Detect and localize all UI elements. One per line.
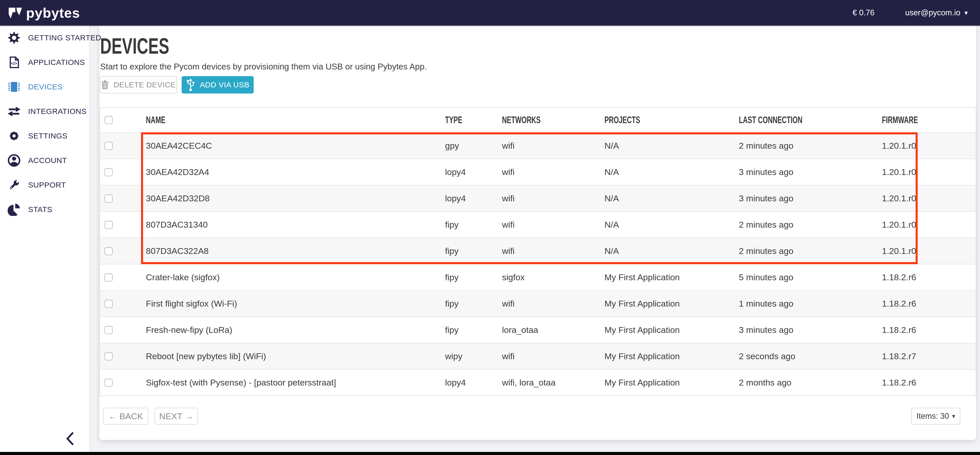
table-row[interactable]: 30AEA42D32A4 lopy4 wifi N/A 3 minutes ag… xyxy=(100,159,976,185)
device-type-cell: lopy4 xyxy=(445,378,502,388)
device-projects-cell: My First Application xyxy=(605,351,739,361)
row-checkbox[interactable] xyxy=(105,326,113,334)
device-firmware-cell: 1.20.1.r0 xyxy=(882,246,976,256)
table-row[interactable]: 807D3AC322A8 fipy wifi N/A 2 minutes ago… xyxy=(100,238,976,264)
items-per-page-dropdown[interactable]: Items: 30 ▾ xyxy=(911,408,960,425)
sidebar-item-applications[interactable]: </> APPLICATIONS xyxy=(0,50,89,75)
user-icon xyxy=(8,154,21,167)
device-last-connection-cell: 5 minutes ago xyxy=(739,272,882,282)
device-last-connection-cell: 3 minutes ago xyxy=(739,167,882,177)
chevron-down-icon: ▾ xyxy=(964,9,968,17)
table-row[interactable]: 807D3AC31340 fipy wifi N/A 2 minutes ago… xyxy=(100,211,976,238)
next-button[interactable]: NEXT → xyxy=(154,408,198,425)
sidebar-item-stats[interactable]: STATS xyxy=(0,197,89,222)
usb-icon xyxy=(186,78,195,91)
back-button[interactable]: ← BACK xyxy=(103,408,148,425)
row-checkbox[interactable] xyxy=(105,379,113,387)
device-name-cell: 30AEA42D32D8 xyxy=(146,193,445,204)
row-checkbox-cell xyxy=(100,326,146,334)
row-checkbox[interactable] xyxy=(105,247,113,255)
row-checkbox-cell xyxy=(100,221,146,229)
device-firmware-cell: 1.20.1.r0 xyxy=(882,141,976,151)
device-last-connection-cell: 2 months ago xyxy=(739,378,882,388)
sidebar-item-label: DEVICES xyxy=(28,83,63,91)
sidebar-item-label: INTEGRATIONS xyxy=(28,107,87,116)
gear-icon xyxy=(8,129,21,142)
row-checkbox-cell xyxy=(100,247,146,255)
table-header-row: NAME TYPE NETWORKS PROJECTS LAST CONNECT… xyxy=(100,108,976,132)
row-checkbox-cell xyxy=(100,300,146,308)
add-via-usb-button[interactable]: ADD VIA USB xyxy=(181,76,254,94)
device-firmware-cell: 1.18.2.r7 xyxy=(882,351,976,361)
device-projects-cell: N/A xyxy=(605,220,739,230)
device-last-connection-cell: 2 minutes ago xyxy=(739,246,882,256)
top-bar: pybytes € 0.76 user@pycom.io ▾ xyxy=(0,0,980,25)
logo-text: pybytes xyxy=(26,5,80,21)
table-row[interactable]: 30AEA42CEC4C gpy wifi N/A 2 minutes ago … xyxy=(100,132,976,159)
column-header-networks: NETWORKS xyxy=(502,115,541,126)
select-all-cell xyxy=(100,116,146,124)
device-projects-cell: My First Application xyxy=(605,325,739,335)
row-checkbox-cell xyxy=(100,274,146,282)
device-last-connection-cell: 1 minutes ago xyxy=(739,299,882,309)
device-networks-cell: wifi xyxy=(502,299,605,309)
device-projects-cell: N/A xyxy=(605,167,739,177)
device-name-cell: Reboot [new pybytes lib] (WiFi) xyxy=(146,351,445,361)
pie-chart-icon xyxy=(8,203,21,216)
row-checkbox[interactable] xyxy=(105,274,113,282)
device-name-cell: Sigfox-test (with Pysense) - [pastoor pe… xyxy=(146,378,445,388)
user-email: user@pycom.io xyxy=(905,8,960,18)
sidebar-item-account[interactable]: ACCOUNT xyxy=(0,148,89,173)
column-header-type: TYPE xyxy=(445,115,462,126)
device-firmware-cell: 1.20.1.r0 xyxy=(882,220,976,230)
device-last-connection-cell: 2 minutes ago xyxy=(739,141,882,151)
device-firmware-cell: 1.18.2.r6 xyxy=(882,272,976,282)
sidebar-item-integrations[interactable]: INTEGRATIONS xyxy=(0,99,89,124)
device-networks-cell: wifi, lora_otaa xyxy=(502,378,605,388)
sun-icon xyxy=(8,32,21,44)
device-type-cell: fipy xyxy=(445,246,502,256)
device-networks-cell: sigfox xyxy=(502,272,605,282)
sidebar-item-label: SUPPORT xyxy=(28,181,66,189)
delete-device-button[interactable]: DELETE DEVICE xyxy=(100,76,177,94)
device-type-cell: lopy4 xyxy=(445,193,502,204)
pybytes-logo[interactable]: pybytes xyxy=(0,5,80,21)
arrows-exchange-icon xyxy=(8,105,21,118)
sidebar-collapse-button[interactable] xyxy=(64,431,76,447)
code-document-icon: </> xyxy=(8,56,21,69)
page-subtitle: Start to explore the Pycom devices by pr… xyxy=(100,62,426,72)
sidebar-item-settings[interactable]: SETTINGS xyxy=(0,124,89,148)
device-projects-cell: My First Application xyxy=(605,299,739,309)
user-menu[interactable]: user@pycom.io ▾ xyxy=(905,8,968,18)
wrench-icon xyxy=(8,178,21,191)
sidebar-item-devices[interactable]: DEVICES xyxy=(0,75,89,99)
trash-icon xyxy=(101,81,109,89)
row-checkbox-cell xyxy=(100,352,146,361)
table-row[interactable]: Crater-lake (sigfox) fipy sigfox My Firs… xyxy=(100,264,976,290)
sidebar-item-label: SETTINGS xyxy=(28,132,67,140)
row-checkbox[interactable] xyxy=(105,300,113,308)
sidebar-item-support[interactable]: SUPPORT xyxy=(0,173,89,197)
device-name-cell: 807D3AC322A8 xyxy=(146,246,445,256)
table-row[interactable]: First flight sigfox (Wi-Fi) fipy wifi My… xyxy=(100,290,976,317)
table-row[interactable]: Fresh-new-fipy (LoRa) fipy lora_otaa My … xyxy=(100,317,976,343)
device-last-connection-cell: 3 minutes ago xyxy=(739,193,882,204)
select-all-checkbox[interactable] xyxy=(105,116,113,124)
table-row[interactable]: Sigfox-test (with Pysense) - [pastoor pe… xyxy=(100,369,976,396)
row-checkbox[interactable] xyxy=(105,194,113,203)
row-checkbox[interactable] xyxy=(105,142,113,150)
device-last-connection-cell: 2 seconds ago xyxy=(739,351,882,361)
device-name-cell: 30AEA42CEC4C xyxy=(146,141,445,151)
device-firmware-cell: 1.18.2.r6 xyxy=(882,299,976,309)
row-checkbox-cell xyxy=(100,194,146,203)
row-checkbox[interactable] xyxy=(105,168,113,176)
device-firmware-cell: 1.20.1.r0 xyxy=(882,167,976,177)
device-type-cell: fipy xyxy=(445,272,502,282)
row-checkbox[interactable] xyxy=(105,221,113,229)
row-checkbox[interactable] xyxy=(105,352,113,361)
device-networks-cell: wifi xyxy=(502,220,605,230)
table-row[interactable]: 30AEA42D32D8 lopy4 wifi N/A 3 minutes ag… xyxy=(100,185,976,211)
table-row[interactable]: Reboot [new pybytes lib] (WiFi) wipy wif… xyxy=(100,343,976,369)
bottom-edge-bar xyxy=(0,452,980,455)
sidebar-item-getting-started[interactable]: GETTING STARTED xyxy=(0,25,89,50)
